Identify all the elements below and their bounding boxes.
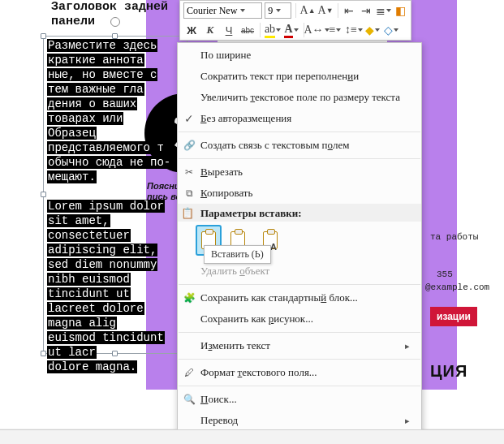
mini-toolbar: Courier New 9 A▲ A▼ ⇤ ⇥ ≣ ◧ Ж К Ч abc ab… (179, 0, 411, 41)
highlight-color-button[interactable]: ab (265, 22, 281, 38)
search-icon: 🔍 (178, 394, 200, 405)
menu-edit-text[interactable]: Изменить текст▸ (178, 335, 421, 356)
status-bar (0, 429, 504, 444)
resize-handle[interactable] (41, 192, 46, 197)
copy-icon: ⧉ (178, 188, 200, 199)
menu-find[interactable]: 🔍Поиск... (178, 389, 421, 410)
menu-translate[interactable]: Перевод▸ (178, 410, 421, 431)
grow-font-button[interactable]: A▲ (300, 2, 316, 19)
menu-no-autofit[interactable]: Без авторазмещения (178, 108, 421, 129)
bullets-button[interactable]: ≡ (327, 22, 343, 38)
italic-button[interactable]: К (202, 22, 218, 38)
menu-shrink-text[interactable]: Сократить текст при переполнении (178, 66, 421, 87)
panel-title: Заголовок задней панели (51, 0, 168, 29)
link-icon: 🔗 (178, 140, 200, 151)
org-heading: ЦИЯ (430, 362, 467, 381)
styles-button[interactable]: ◧ (394, 2, 407, 19)
menu-paste-options-header: 📋Параметры вставки: (178, 204, 421, 222)
menu-save-as-block[interactable]: 🧩Сохранить как стандартный блок... (178, 287, 421, 308)
rotate-handle[interactable] (110, 17, 120, 27)
menu-cut[interactable]: ✂Вырезать (178, 162, 421, 183)
font-family-select[interactable]: Courier New (183, 2, 262, 19)
menu-grow-box[interactable]: Увеличить текстовое поле по размеру текс… (178, 87, 421, 108)
info-email: @example.com (425, 282, 489, 292)
menu-create-link[interactable]: 🔗Создать связь с текстовым полем (178, 135, 421, 156)
fill-color-button[interactable]: ◆ (364, 22, 381, 38)
resize-handle[interactable] (41, 33, 46, 39)
char-spacing-button[interactable]: A↔ (308, 22, 325, 38)
underline-button[interactable]: Ч (221, 22, 237, 38)
app-canvas: Заголовок задней панели Поясни пись во Р… (0, 0, 504, 444)
menu-format-textbox[interactable]: 🖊Формат текстового поля... (178, 362, 421, 383)
decrease-indent-button[interactable]: ⇤ (342, 2, 356, 19)
strike-button[interactable]: abc (239, 22, 256, 38)
paste-tooltip: Вставить (Ь) (204, 245, 271, 264)
menu-copy[interactable]: ⧉Копировать (178, 183, 421, 204)
text-box-selected[interactable]: Разместите здесь краткие аннотаные, но в… (43, 36, 187, 354)
info-line: та работы (430, 232, 478, 242)
font-color-button[interactable]: A (283, 22, 299, 38)
building-block-icon: 🧩 (178, 292, 200, 304)
outline-color-button[interactable]: ◇ (383, 22, 399, 38)
scissors-icon: ✂ (178, 166, 200, 178)
increase-indent-button[interactable]: ⇥ (359, 2, 373, 19)
info-phone: 355 (437, 269, 453, 279)
align-menu-button[interactable]: ≣ (376, 2, 391, 19)
context-menu: По ширине Сократить текст при переполнен… (177, 42, 422, 444)
menu-save-as-picture[interactable]: Сохранить как рисунок... (178, 308, 421, 330)
org-button[interactable]: изации (430, 307, 477, 326)
shrink-font-button[interactable]: A▼ (318, 2, 334, 19)
format-icon: 🖊 (178, 367, 200, 378)
text-box-content[interactable]: Разместите здесь краткие аннотаные, но в… (47, 38, 183, 374)
line-spacing-button[interactable]: ↕≡ (346, 22, 362, 38)
menu-by-width[interactable]: По ширине (178, 45, 421, 66)
resize-handle[interactable] (41, 351, 46, 356)
bold-button[interactable]: Ж (183, 22, 200, 38)
font-size-select[interactable]: 9 (265, 2, 291, 19)
paste-icon: 📋 (181, 207, 194, 219)
